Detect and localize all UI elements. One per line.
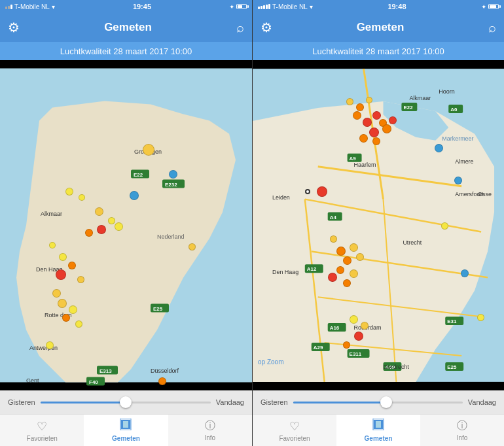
marker[interactable] — [69, 305, 77, 314]
date-text-right: Luchtkwaliteit 28 maart 2017 10:00 — [312, 46, 444, 56]
slider-label-gisteren-left: Gisteren — [8, 398, 35, 406]
marker[interactable] — [49, 242, 56, 249]
marker[interactable] — [369, 128, 379, 137]
svg-text:Düsseldorf: Düsseldorf — [151, 368, 179, 374]
nav-title-left: Gemeten — [104, 21, 152, 34]
marker[interactable] — [79, 194, 85, 201]
slider-track-right[interactable] — [293, 402, 463, 403]
slider-fill-right — [293, 402, 387, 403]
marker[interactable] — [356, 103, 364, 111]
tab-info-right[interactable]: ⓘ Info — [420, 415, 504, 446]
tab-gemeten-left[interactable]: Gemeten — [84, 415, 168, 446]
slider-thumb-left[interactable] — [120, 396, 132, 408]
marker[interactable] — [336, 266, 344, 274]
marker[interactable] — [441, 222, 448, 230]
marker[interactable] — [477, 314, 484, 321]
marker[interactable] — [108, 217, 115, 224]
marker[interactable] — [372, 111, 381, 120]
map-area-right[interactable]: E22 A9 A6 A4 A12 A16 A29 E311 A59 E31 E2… — [253, 60, 504, 390]
marker[interactable] — [454, 177, 462, 184]
marker[interactable] — [330, 235, 337, 243]
marker[interactable] — [169, 170, 177, 179]
marker[interactable] — [115, 222, 123, 231]
svg-text:E31: E31 — [447, 318, 457, 324]
marker[interactable] — [359, 134, 368, 143]
marker[interactable] — [343, 341, 350, 349]
svg-text:Alkmaar: Alkmaar — [409, 95, 431, 101]
tab-bar-left: ♡ Favorieten Gemeten ⓘ Info — [0, 414, 252, 446]
marker[interactable] — [77, 276, 84, 283]
marker[interactable] — [372, 137, 380, 145]
svg-text:Leiden: Leiden — [272, 194, 290, 201]
slider-label-gisteren-right: Gisteren — [261, 398, 288, 406]
tab-favorieten-right[interactable]: ♡ Favorieten — [253, 415, 336, 446]
marker-hollow[interactable] — [305, 189, 310, 194]
time-right: 19:48 — [387, 3, 406, 10]
marker[interactable] — [52, 289, 61, 298]
search-icon-right[interactable]: ⌕ — [488, 20, 496, 35]
map-svg-left: Nederland E22 E232 E25 E313 F40 Alkmaar … — [0, 60, 252, 390]
svg-text:F40: F40 — [89, 379, 98, 385]
status-left-left: T-Mobile NL ▾ — [5, 3, 55, 10]
settings-icon-left[interactable]: ⚙ — [8, 20, 20, 35]
marker[interactable] — [143, 144, 154, 156]
tab-favorieten-left[interactable]: ♡ Favorieten — [0, 415, 84, 446]
marker[interactable] — [62, 314, 70, 322]
marker[interactable] — [366, 97, 372, 103]
wifi-icon-left: ▾ — [52, 3, 55, 10]
settings-icon-right[interactable]: ⚙ — [261, 20, 272, 35]
svg-text:Alkmaar: Alkmaar — [41, 211, 62, 217]
marker[interactable] — [336, 247, 346, 256]
marker[interactable] — [382, 124, 391, 133]
marker[interactable] — [361, 322, 369, 330]
tab-label-favorieten-left: Favorieten — [27, 435, 58, 442]
marker[interactable] — [343, 256, 351, 265]
marker[interactable] — [354, 332, 363, 341]
marker[interactable] — [350, 315, 358, 324]
bluetooth-icon-left: ✦ — [229, 3, 234, 10]
marker[interactable] — [68, 262, 76, 269]
marker[interactable] — [65, 188, 73, 196]
status-bar-left: T-Mobile NL ▾ 19:45 ✦ — [0, 0, 252, 13]
tab-gemeten-right[interactable]: Gemeten — [336, 415, 420, 446]
date-banner-right: Luchtkwaliteit 28 maart 2017 10:00 — [253, 42, 504, 60]
signal-bars-right — [258, 4, 270, 9]
svg-text:E22: E22 — [403, 105, 413, 111]
marker[interactable] — [97, 225, 106, 234]
status-left-right: T-Mobile NL ▾ — [258, 3, 313, 10]
slider-track-left[interactable] — [41, 402, 211, 403]
marker[interactable] — [356, 253, 364, 261]
marker[interactable] — [158, 377, 166, 385]
svg-text:E25: E25 — [447, 364, 457, 370]
marker[interactable] — [389, 116, 397, 124]
tab-label-info-left: Info — [204, 434, 215, 441]
marker[interactable] — [58, 299, 67, 308]
carrier-right: T-Mobile NL — [272, 3, 308, 10]
marker[interactable] — [130, 191, 139, 200]
slider-thumb-right[interactable] — [380, 396, 392, 408]
marker[interactable] — [317, 186, 327, 197]
marker[interactable] — [59, 253, 67, 261]
marker[interactable] — [46, 341, 54, 349]
marker[interactable] — [435, 144, 443, 152]
marker[interactable] — [75, 320, 82, 328]
status-right-left: ✦ — [229, 3, 247, 10]
map-area-left[interactable]: Nederland E22 E232 E25 E313 F40 Alkmaar … — [0, 60, 252, 390]
marker[interactable] — [461, 269, 469, 277]
marker[interactable] — [350, 269, 358, 278]
marker[interactable] — [353, 111, 361, 120]
slider-label-vandaag-left: Vandaag — [216, 398, 244, 406]
marker[interactable] — [346, 98, 353, 105]
tab-info-left[interactable]: ⓘ Info — [168, 415, 252, 446]
signal-bars-left — [5, 5, 12, 9]
search-icon-left[interactable]: ⌕ — [236, 20, 244, 35]
marker[interactable] — [95, 207, 103, 216]
marker[interactable] — [350, 243, 358, 252]
marker[interactable] — [328, 273, 337, 282]
marker[interactable] — [363, 118, 372, 127]
marker[interactable] — [343, 279, 351, 287]
heart-icon-left: ♡ — [37, 419, 47, 434]
marker[interactable] — [85, 229, 93, 237]
marker[interactable] — [189, 243, 196, 250]
marker[interactable] — [56, 269, 66, 280]
